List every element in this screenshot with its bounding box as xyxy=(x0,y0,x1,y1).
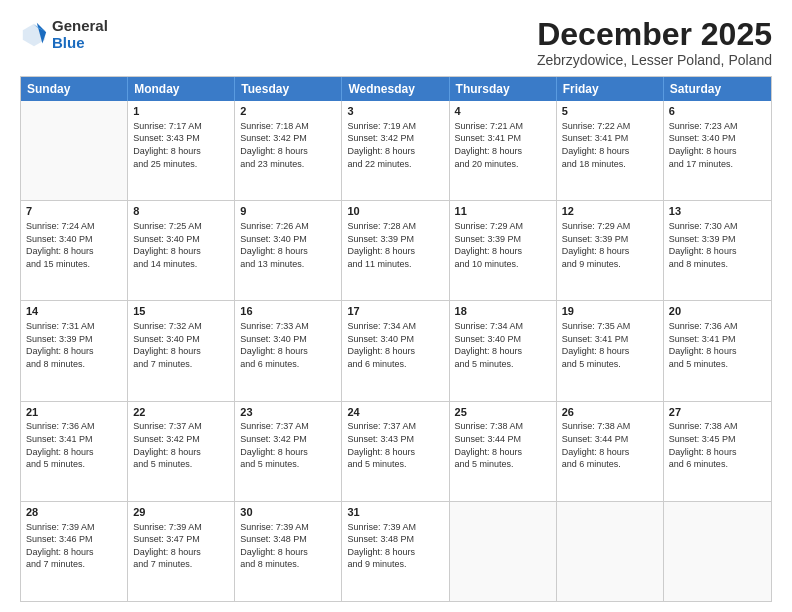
cell-text: Sunset: 3:48 PM xyxy=(347,533,443,546)
cell-text: and 5 minutes. xyxy=(455,358,551,371)
cell-text: Sunrise: 7:31 AM xyxy=(26,320,122,333)
cal-cell: 20Sunrise: 7:36 AMSunset: 3:41 PMDayligh… xyxy=(664,301,771,400)
cal-cell: 30Sunrise: 7:39 AMSunset: 3:48 PMDayligh… xyxy=(235,502,342,601)
cell-text: Sunset: 3:39 PM xyxy=(562,233,658,246)
day-number: 8 xyxy=(133,204,229,219)
cell-text: Sunset: 3:42 PM xyxy=(133,433,229,446)
cell-text: Sunrise: 7:25 AM xyxy=(133,220,229,233)
day-header-friday: Friday xyxy=(557,77,664,101)
day-number: 13 xyxy=(669,204,766,219)
cell-text: Sunset: 3:42 PM xyxy=(347,132,443,145)
cell-text: Daylight: 8 hours xyxy=(347,245,443,258)
day-number: 11 xyxy=(455,204,551,219)
cal-cell: 5Sunrise: 7:22 AMSunset: 3:41 PMDaylight… xyxy=(557,101,664,200)
cell-text: Daylight: 8 hours xyxy=(347,145,443,158)
cal-cell xyxy=(664,502,771,601)
calendar-body: 1Sunrise: 7:17 AMSunset: 3:43 PMDaylight… xyxy=(21,101,771,601)
cell-text: Sunset: 3:39 PM xyxy=(26,333,122,346)
cell-text: Sunrise: 7:17 AM xyxy=(133,120,229,133)
day-number: 29 xyxy=(133,505,229,520)
cell-text: Sunset: 3:47 PM xyxy=(133,533,229,546)
cell-text: Daylight: 8 hours xyxy=(347,546,443,559)
cal-cell: 19Sunrise: 7:35 AMSunset: 3:41 PMDayligh… xyxy=(557,301,664,400)
cell-text: Sunrise: 7:35 AM xyxy=(562,320,658,333)
cell-text: Daylight: 8 hours xyxy=(26,546,122,559)
cell-text: Sunset: 3:40 PM xyxy=(455,333,551,346)
cal-row-0: 1Sunrise: 7:17 AMSunset: 3:43 PMDaylight… xyxy=(21,101,771,200)
cell-text: and 9 minutes. xyxy=(562,258,658,271)
day-number: 20 xyxy=(669,304,766,319)
cal-cell: 21Sunrise: 7:36 AMSunset: 3:41 PMDayligh… xyxy=(21,402,128,501)
cell-text: Daylight: 8 hours xyxy=(133,345,229,358)
day-number: 17 xyxy=(347,304,443,319)
cell-text: and 5 minutes. xyxy=(133,458,229,471)
cell-text: Daylight: 8 hours xyxy=(669,245,766,258)
cell-text: Sunset: 3:41 PM xyxy=(455,132,551,145)
cell-text: Sunrise: 7:36 AM xyxy=(26,420,122,433)
cal-cell xyxy=(557,502,664,601)
cell-text: Daylight: 8 hours xyxy=(562,446,658,459)
day-number: 25 xyxy=(455,405,551,420)
cell-text: Sunrise: 7:32 AM xyxy=(133,320,229,333)
cell-text: Sunrise: 7:28 AM xyxy=(347,220,443,233)
day-number: 12 xyxy=(562,204,658,219)
cell-text: and 5 minutes. xyxy=(26,458,122,471)
cell-text: Daylight: 8 hours xyxy=(669,345,766,358)
cal-cell: 10Sunrise: 7:28 AMSunset: 3:39 PMDayligh… xyxy=(342,201,449,300)
day-header-sunday: Sunday xyxy=(21,77,128,101)
cell-text: Daylight: 8 hours xyxy=(455,145,551,158)
cell-text: and 5 minutes. xyxy=(669,358,766,371)
cell-text: and 8 minutes. xyxy=(240,558,336,571)
cell-text: Daylight: 8 hours xyxy=(562,245,658,258)
cell-text: and 5 minutes. xyxy=(455,458,551,471)
cell-text: Daylight: 8 hours xyxy=(133,546,229,559)
day-number: 24 xyxy=(347,405,443,420)
cell-text: Sunset: 3:40 PM xyxy=(240,233,336,246)
cell-text: and 14 minutes. xyxy=(133,258,229,271)
cal-cell: 23Sunrise: 7:37 AMSunset: 3:42 PMDayligh… xyxy=(235,402,342,501)
cell-text: Sunset: 3:46 PM xyxy=(26,533,122,546)
cal-cell: 9Sunrise: 7:26 AMSunset: 3:40 PMDaylight… xyxy=(235,201,342,300)
day-header-wednesday: Wednesday xyxy=(342,77,449,101)
cell-text: Daylight: 8 hours xyxy=(133,446,229,459)
day-number: 22 xyxy=(133,405,229,420)
cell-text: Sunrise: 7:23 AM xyxy=(669,120,766,133)
cell-text: Sunrise: 7:21 AM xyxy=(455,120,551,133)
cell-text: Sunrise: 7:39 AM xyxy=(133,521,229,534)
cell-text: Sunrise: 7:37 AM xyxy=(347,420,443,433)
cell-text: Sunset: 3:40 PM xyxy=(26,233,122,246)
cal-row-3: 21Sunrise: 7:36 AMSunset: 3:41 PMDayligh… xyxy=(21,401,771,501)
cal-cell: 29Sunrise: 7:39 AMSunset: 3:47 PMDayligh… xyxy=(128,502,235,601)
cell-text: Sunset: 3:41 PM xyxy=(562,333,658,346)
cell-text: and 9 minutes. xyxy=(347,558,443,571)
day-number: 2 xyxy=(240,104,336,119)
cell-text: and 10 minutes. xyxy=(455,258,551,271)
cell-text: Sunset: 3:39 PM xyxy=(347,233,443,246)
day-number: 19 xyxy=(562,304,658,319)
cell-text: and 22 minutes. xyxy=(347,158,443,171)
cell-text: Sunrise: 7:34 AM xyxy=(455,320,551,333)
day-number: 4 xyxy=(455,104,551,119)
day-number: 1 xyxy=(133,104,229,119)
cell-text: and 5 minutes. xyxy=(347,458,443,471)
cal-cell: 31Sunrise: 7:39 AMSunset: 3:48 PMDayligh… xyxy=(342,502,449,601)
cell-text: Daylight: 8 hours xyxy=(455,345,551,358)
cell-text: Daylight: 8 hours xyxy=(26,446,122,459)
cell-text: Sunset: 3:40 PM xyxy=(133,233,229,246)
cal-cell: 27Sunrise: 7:38 AMSunset: 3:45 PMDayligh… xyxy=(664,402,771,501)
cal-cell: 11Sunrise: 7:29 AMSunset: 3:39 PMDayligh… xyxy=(450,201,557,300)
cell-text: and 8 minutes. xyxy=(26,358,122,371)
cell-text: and 6 minutes. xyxy=(669,458,766,471)
cell-text: Daylight: 8 hours xyxy=(240,546,336,559)
cell-text: Sunset: 3:42 PM xyxy=(240,433,336,446)
cell-text: Sunrise: 7:33 AM xyxy=(240,320,336,333)
cell-text: Sunset: 3:43 PM xyxy=(133,132,229,145)
cell-text: Daylight: 8 hours xyxy=(347,345,443,358)
cell-text: Sunset: 3:40 PM xyxy=(240,333,336,346)
cell-text: Daylight: 8 hours xyxy=(562,345,658,358)
day-number: 15 xyxy=(133,304,229,319)
day-number: 26 xyxy=(562,405,658,420)
cell-text: and 8 minutes. xyxy=(669,258,766,271)
day-number: 9 xyxy=(240,204,336,219)
cell-text: Daylight: 8 hours xyxy=(26,245,122,258)
